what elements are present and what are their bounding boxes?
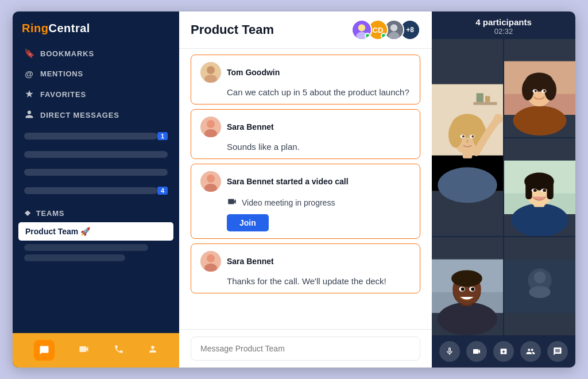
chat-button[interactable] [547, 341, 568, 362]
svg-point-13 [207, 175, 215, 183]
video-cell-5-svg [504, 237, 575, 335]
app-container: RingCentral 🔖 BOOKMARKS @ MENTIONS ★ FAV… [13, 11, 575, 368]
svg-rect-57 [547, 181, 553, 199]
team-bar-1 [24, 244, 148, 251]
participants-count: 4 participants [440, 17, 567, 27]
message-3-event: Sara Bennet started a video call [227, 177, 349, 186]
nav-bookmarks-label: BOOKMARKS [40, 49, 94, 58]
video-person-3-svg [504, 138, 575, 237]
svg-point-71 [461, 288, 465, 291]
sara-avatar-2-img [200, 171, 221, 192]
svg-point-47 [535, 90, 537, 92]
video-cell-5 [504, 237, 575, 335]
mentions-icon: @ [24, 69, 34, 79]
svg-point-1 [358, 24, 365, 31]
dm-bar-3 [24, 169, 168, 176]
nav-mentions[interactable]: @ MENTIONS [18, 64, 173, 84]
dm-item-2[interactable] [18, 147, 173, 162]
message-1-text: Can we catch up in 5 about the product l… [227, 87, 411, 97]
svg-point-72 [471, 288, 474, 291]
footer-video-icon[interactable] [78, 343, 90, 358]
nav-dm-label: DIRECT MESSAGES [40, 111, 119, 119]
dm-item-3[interactable] [18, 165, 173, 180]
video-cell-1 [432, 39, 503, 236]
nav-favorites-label: FAVORITES [40, 90, 86, 99]
footer-messages-icon[interactable] [34, 340, 55, 361]
team-product-team[interactable]: Product Team 🚀 [18, 222, 173, 241]
svg-point-44 [544, 79, 556, 100]
video-panel-header: 4 participants 02:32 [432, 11, 575, 39]
join-button[interactable]: Join [227, 214, 269, 231]
mute-button[interactable] [439, 341, 460, 362]
svg-rect-23 [485, 96, 490, 102]
video-camera-icon [227, 196, 237, 208]
nav-direct-messages[interactable]: DIRECT MESSAGES [18, 105, 173, 126]
app-logo: RingCentral [13, 11, 179, 43]
message-2-header: Sara Bennet [200, 117, 411, 137]
message-4-text: Thanks for the call. We'll update the de… [227, 276, 411, 286]
video-panel: 4 participants 02:32 [432, 11, 575, 368]
participants-button[interactable] [520, 341, 541, 362]
nav-bookmarks[interactable]: 🔖 BOOKMARKS [18, 43, 173, 64]
dm-item-4[interactable]: 4 [18, 183, 173, 199]
svg-point-76 [529, 287, 550, 299]
online-dot-2 [381, 33, 386, 38]
message-1: Tom Goodwin Can we catch up in 5 about t… [191, 55, 420, 105]
footer-profile-icon[interactable] [148, 344, 158, 357]
svg-point-33 [471, 136, 474, 138]
message-2-text: Sounds like a plan. [227, 142, 411, 152]
svg-point-39 [513, 106, 567, 136]
footer-phone-icon[interactable] [114, 344, 124, 357]
chat-title: Product Team [191, 22, 274, 37]
chat-header: Product Team CD [179, 11, 432, 49]
share-screen-button[interactable] [493, 341, 514, 362]
svg-point-7 [207, 66, 215, 74]
sidebar-nav: 🔖 BOOKMARKS @ MENTIONS ★ FAVORITES DIREC… [13, 43, 179, 126]
svg-point-28 [448, 122, 463, 148]
avatar-more-label: +8 [406, 26, 414, 34]
svg-point-60 [533, 189, 537, 192]
sara-avatar-img [200, 117, 221, 137]
tom-avatar [200, 62, 221, 83]
message-3-header: Sara Bennet started a video call [200, 171, 411, 192]
chat-input-area [179, 329, 432, 368]
video-grid [432, 39, 575, 335]
chat-icon [553, 347, 562, 356]
avatar-group: CD +8 [356, 20, 420, 40]
teams-section: ❖ TEAMS Product Team 🚀 [13, 201, 179, 269]
svg-point-48 [543, 90, 546, 92]
svg-point-4 [390, 24, 397, 31]
message-3: Sara Bennet started a video call Video m… [191, 164, 420, 239]
message-2: Sara Bennet Sounds like a plan. [191, 109, 420, 159]
svg-point-10 [207, 120, 215, 128]
svg-point-61 [543, 189, 546, 192]
sidebar: RingCentral 🔖 BOOKMARKS @ MENTIONS ★ FAV… [13, 11, 179, 368]
favorites-icon: ★ [24, 89, 34, 99]
main-chat: Product Team CD [179, 11, 432, 368]
sara-avatar-2 [200, 171, 221, 192]
video-cell-3 [504, 138, 575, 237]
share-icon [499, 347, 508, 356]
teams-label: ❖ TEAMS [18, 206, 173, 222]
dm-bar-2 [24, 151, 168, 158]
dm-list: 1 4 [13, 126, 179, 201]
avatar-1 [351, 20, 372, 40]
dm-item-1[interactable]: 1 [18, 128, 173, 144]
svg-rect-21 [473, 102, 497, 105]
logo-ring: Ring [22, 22, 48, 34]
sidebar-footer [13, 333, 179, 368]
message-4-header: Sara Bennet [200, 251, 411, 272]
video-toggle-button[interactable] [466, 341, 487, 362]
svg-point-68 [451, 270, 482, 287]
nav-favorites[interactable]: ★ FAVORITES [18, 84, 173, 105]
dm-badge-4: 4 [157, 187, 168, 195]
microphone-icon [445, 347, 454, 356]
nav-mentions-label: MENTIONS [40, 69, 83, 78]
svg-point-34 [466, 140, 469, 143]
dm-bar-4 [24, 187, 157, 194]
video-icon [472, 347, 481, 356]
svg-point-32 [462, 136, 465, 138]
teams-icon: ❖ [24, 209, 32, 218]
message-1-header: Tom Goodwin [200, 62, 411, 83]
chat-input[interactable] [191, 337, 420, 361]
